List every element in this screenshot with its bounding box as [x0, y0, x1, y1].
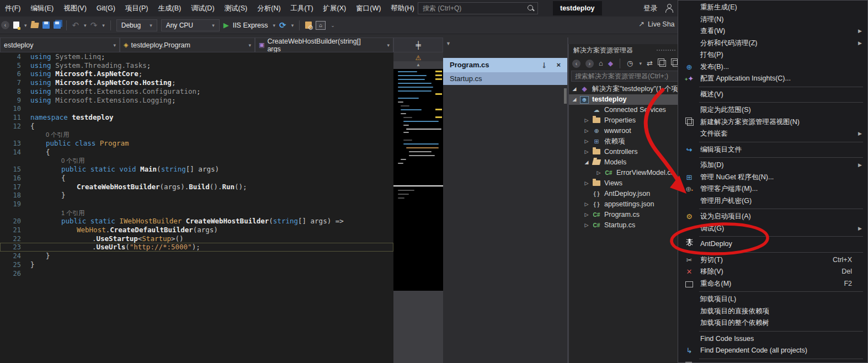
run-target-dropdown[interactable]: ▾: [273, 23, 276, 28]
code-line[interactable]: 18}: [0, 191, 393, 200]
panel-drag-grip[interactable]: [656, 49, 675, 52]
code-line[interactable]: 9using Microsoft.Extensions.Logging;: [0, 96, 393, 105]
context-menu-item-加载项目的整个依赖树[interactable]: 加载项目的整个依赖树: [678, 317, 867, 329]
code-line[interactable]: 8using Microsoft.Extensions.Configuratio…: [0, 87, 393, 96]
save-all-icon[interactable]: [54, 22, 61, 29]
minimap[interactable]: [393, 69, 443, 185]
close-icon[interactable]: ×: [556, 58, 561, 72]
collapsed-arrow-icon[interactable]: ▷: [595, 168, 602, 178]
collapsed-arrow-icon[interactable]: ▷: [583, 115, 590, 126]
refresh-icon[interactable]: ⟳: [279, 20, 286, 30]
menubar-item[interactable]: Git(G): [92, 0, 120, 17]
redo-icon[interactable]: ↷: [90, 20, 98, 30]
pending-changes-icon[interactable]: ◷: [627, 59, 633, 68]
code-line[interactable]: 25}: [0, 260, 393, 269]
code-line[interactable]: 19: [0, 200, 393, 209]
menubar-item[interactable]: 生成(B): [153, 0, 187, 17]
code-line[interactable]: 22.UseStartup<Startup>(): [0, 234, 393, 243]
collapsed-arrow-icon[interactable]: ▷: [583, 220, 590, 231]
menubar-item[interactable]: 件(F): [0, 0, 25, 17]
code-line[interactable]: 5using System.Threading.Tasks;: [0, 61, 393, 70]
menubar-item[interactable]: 项目(P): [120, 0, 153, 17]
start-debug-icon[interactable]: ▶: [223, 21, 229, 29]
code-line[interactable]: 10: [0, 104, 393, 113]
menubar-item[interactable]: 分析(N): [252, 0, 285, 17]
context-menu-item-查看-w-[interactable]: 查看(W)▶: [678, 25, 867, 38]
context-menu-item-antdeploy[interactable]: AntDeploy: [678, 238, 867, 250]
context-menu-item-新建解决方案资源管理器视图-n-[interactable]: 新建解决方案资源管理器视图(N): [678, 116, 867, 129]
context-menu-item-find-code-issues[interactable]: Find Code Issues: [678, 333, 867, 345]
context-menu-item-find-dependent-code-all-projects-[interactable]: ↳Find Dependent Code (all projects): [678, 345, 867, 357]
refresh-dropdown[interactable]: ▾: [291, 23, 294, 28]
context-menu-item-重命名-m-[interactable]: 重命名(M)F2: [678, 278, 867, 290]
project-dropdown[interactable]: estdeploy ▾: [0, 38, 120, 52]
pane-dropdown-icon[interactable]: ▼: [446, 41, 451, 46]
solution-config-dropdown[interactable]: Debug▾: [116, 19, 157, 31]
context-menu-item-编辑项目文件[interactable]: ↪编辑项目文件: [678, 144, 867, 156]
codelens-references[interactable]: 0 个引用: [61, 156, 84, 165]
code-line[interactable]: 15public static void Main(string[] args): [0, 165, 393, 174]
context-menu-item-卸载项目-l-[interactable]: 卸载项目(L): [678, 293, 867, 306]
code-line[interactable]: 26: [0, 269, 393, 278]
codelens-line[interactable]: 0 个引用: [0, 156, 393, 165]
undo-dropdown[interactable]: ▾: [84, 23, 87, 28]
collapsed-arrow-icon[interactable]: ▷: [583, 136, 590, 147]
code-line[interactable]: 23.UseUrls("http://*:5000");: [0, 243, 393, 252]
forward-icon[interactable]: ›: [585, 60, 594, 68]
code-line[interactable]: 21WebHost.CreateDefaultBuilder(args): [0, 226, 393, 234]
member-dropdown[interactable]: ▣ CreateWebHostBuilder(string[] args ▾: [255, 38, 393, 52]
scroll-up-icon[interactable]: ▲: [393, 61, 443, 68]
sign-in-button[interactable]: 登录: [643, 0, 657, 17]
pane-scrollbar-thumb[interactable]: [564, 88, 567, 104]
context-menu-item-加载项目的直接依赖项[interactable]: 加载项目的直接依赖项: [678, 306, 867, 318]
context-menu-item-重新生成-e-[interactable]: 重新生成(E): [678, 2, 867, 14]
toolbar-overflow-icon[interactable]: ⌄: [331, 23, 335, 28]
expanded-arrow-icon[interactable]: ◢: [583, 157, 590, 168]
context-menu-item-分析和代码清理-z-[interactable]: 分析和代码清理(Z)▶: [678, 38, 867, 50]
collapsed-arrow-icon[interactable]: ▷: [583, 178, 590, 189]
context-menu-item-限定为此范围-s-[interactable]: 限定为此范围(S): [678, 104, 867, 116]
context-menu-item-清理-n-[interactable]: 清理(N): [678, 14, 867, 26]
code-line[interactable]: 7using Microsoft.AspNetCore.Hosting;: [0, 78, 393, 87]
collapsed-arrow-icon[interactable]: ▷: [583, 126, 590, 136]
navigate-back-icon[interactable]: ‹: [1, 21, 9, 29]
expanded-arrow-icon[interactable]: ◢: [571, 94, 578, 105]
undo-icon[interactable]: ↶: [72, 20, 79, 30]
context-menu-item-概述-v-[interactable]: 概述(V): [678, 89, 867, 101]
menubar-item[interactable]: 视图(V): [58, 0, 92, 17]
switch-views-icon[interactable]: ◆: [608, 60, 613, 67]
code-editor[interactable]: 4using System.Linq;5using System.Threadi…: [0, 52, 393, 363]
context-menu-item-剪切-t-[interactable]: ✂剪切(T)Ctrl+X: [678, 254, 867, 266]
context-menu-item-设为启动项目-a-[interactable]: ⚙设为启动项目(A): [678, 211, 867, 223]
menubar-item[interactable]: 编辑(E): [25, 0, 58, 17]
editor-split-handle[interactable]: ╪: [393, 38, 443, 52]
expanded-arrow-icon[interactable]: ◢: [571, 84, 578, 94]
chevron-down-icon[interactable]: ▾: [639, 61, 642, 66]
collapsed-arrow-icon[interactable]: ▷: [583, 147, 590, 157]
home-icon[interactable]: ⌂: [599, 59, 603, 68]
pin-icon[interactable]: ⊸: [537, 62, 552, 68]
warning-icon[interactable]: ⚠: [416, 54, 422, 62]
collapsed-arrow-icon[interactable]: ▷: [583, 199, 590, 210]
tab-startup-cs[interactable]: Startup.cs: [443, 72, 567, 85]
code-line[interactable]: 6using Microsoft.AspNetCore;: [0, 70, 393, 78]
codelens-line[interactable]: 0 个引用: [0, 130, 393, 139]
context-menu-item-调试-g-[interactable]: 调试(G)▶: [678, 223, 867, 235]
codelens-references[interactable]: 1 个引用: [61, 209, 84, 217]
context-menu-item-发布-b-[interactable]: ⊕发布(B)...: [678, 61, 867, 73]
back-icon[interactable]: ‹: [572, 60, 581, 68]
live-share-button[interactable]: ↗ Live Sha: [638, 20, 675, 28]
context-menu-item-管理客户端库-m-[interactable]: ⊕▪管理客户端库(M)...: [678, 183, 867, 195]
context-menu-item-添加-d-[interactable]: 添加(D)▶: [678, 159, 867, 172]
collapse-all-icon[interactable]: [659, 60, 666, 67]
type-dropdown[interactable]: ◈ testdeploy.Program ▾: [120, 38, 255, 52]
codelens-line[interactable]: 1 个引用: [0, 209, 393, 217]
context-menu-item-文件嵌套[interactable]: 文件嵌套▶: [678, 128, 867, 140]
platform-dropdown[interactable]: Any CPU▾: [161, 19, 220, 31]
quick-search-input[interactable]: 搜索 (Ctrl+Q): [418, 2, 538, 14]
menubar-item[interactable]: 测试(S): [220, 0, 253, 17]
context-menu-item-复制完整路径-u-[interactable]: 复制完整路径(U): [678, 361, 867, 363]
code-line[interactable]: 17CreateWebHostBuilder(args).Build().Run…: [0, 183, 393, 191]
menubar-item[interactable]: 调试(D): [186, 0, 219, 17]
redo-dropdown[interactable]: ▾: [102, 23, 105, 28]
